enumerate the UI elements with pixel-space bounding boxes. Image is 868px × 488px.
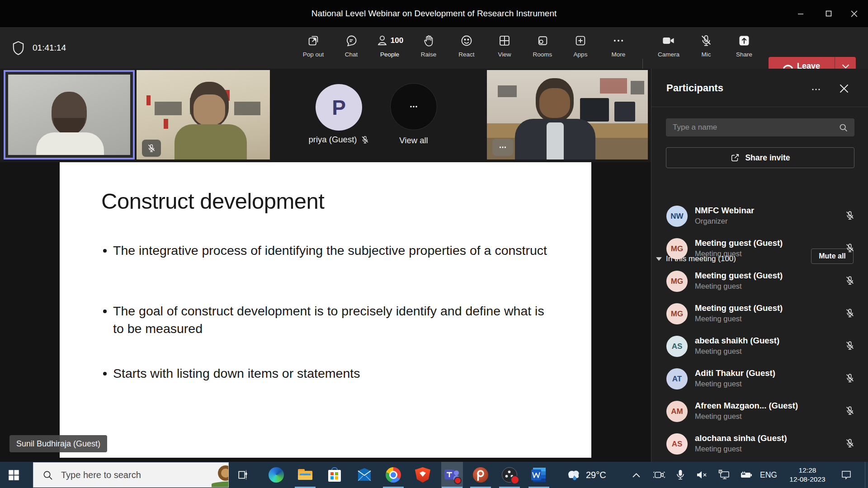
taskbar-app-edge[interactable]	[265, 462, 287, 488]
taskbar-app-brave[interactable]	[412, 462, 434, 488]
tray-show-hidden-icons[interactable]	[629, 462, 643, 488]
participant-row[interactable]: AT Aditi Thakur (Guest) Meeting guest	[651, 362, 868, 395]
rooms-icon	[536, 31, 549, 51]
taskbar-app-psiphon[interactable]	[470, 462, 491, 488]
participant-row[interactable]: MG Meeting guest (Guest) Meeting guest	[651, 265, 868, 297]
mic-off-icon[interactable]	[845, 276, 855, 286]
action-center-button[interactable]	[837, 462, 855, 488]
popout-icon	[307, 31, 320, 51]
minimize-button[interactable]	[787, 0, 815, 27]
close-button[interactable]	[840, 0, 868, 27]
taskbar-app-teams[interactable]	[441, 462, 463, 488]
video-tile-participant[interactable]	[137, 70, 270, 160]
search-highlight-lion-image[interactable]	[209, 464, 229, 487]
react-button[interactable]: React	[450, 31, 483, 67]
participants-header: Participants	[666, 82, 723, 94]
react-smiley-icon	[460, 31, 473, 51]
mic-off-icon[interactable]	[845, 406, 855, 416]
chat-button[interactable]: Chat	[335, 31, 368, 67]
priya-label-row: priya (Guest)	[289, 135, 389, 145]
task-view-button[interactable]	[232, 462, 254, 488]
mic-off-icon[interactable]	[845, 308, 855, 318]
taskbar-search-input[interactable]	[61, 470, 174, 480]
video-tile-speaker[interactable]	[4, 70, 135, 160]
apps-button[interactable]: Apps	[564, 31, 597, 67]
participant-row[interactable]: MG Meeting guest (Guest) Meeting guest	[651, 232, 868, 265]
mic-button[interactable]: Mic	[690, 31, 722, 67]
leave-options-chevron[interactable]	[835, 64, 856, 69]
tray-network-icon[interactable]	[717, 462, 731, 488]
avatar-priya[interactable]: P	[316, 84, 362, 131]
more-button[interactable]: More	[602, 31, 635, 67]
security-shield-icon[interactable]	[12, 41, 25, 55]
overflow-dots-icon	[408, 101, 419, 112]
clock-time: 12:28	[799, 466, 816, 475]
participant-row[interactable]: AS alochana sinha (Guest) Meeting guest	[651, 427, 868, 460]
show-desktop-button[interactable]	[865, 462, 868, 488]
presentation-slide: Construct development The integrative pr…	[60, 162, 591, 458]
taskbar-weather[interactable]: 29°C	[566, 462, 606, 488]
phone-down-icon	[783, 64, 793, 69]
meeting-toolbar: 01:41:14 Pop out Chat 100 People	[0, 27, 868, 69]
people-button[interactable]: 100 People	[373, 31, 406, 67]
taskbar-app-file-explorer[interactable]	[294, 462, 316, 488]
maximize-icon	[826, 10, 832, 17]
taskbar-app-word[interactable]	[528, 462, 550, 488]
mic-off-icon[interactable]	[845, 243, 855, 253]
search-icon	[42, 470, 53, 480]
maximize-button[interactable]	[815, 0, 843, 27]
video-strip: P priya (Guest) View all	[0, 69, 651, 162]
weather-cloud-icon	[566, 469, 581, 481]
view-button[interactable]: View	[488, 31, 521, 67]
tray-language[interactable]: ENG	[759, 462, 778, 488]
rooms-button[interactable]: Rooms	[526, 31, 559, 67]
participant-row[interactable]: AS abeda shaikh (Guest) Meeting guest	[651, 330, 868, 362]
tray-microphone-icon[interactable]	[674, 462, 687, 488]
taskbar-app-mail[interactable]	[354, 462, 375, 488]
tray-battery-icon[interactable]	[739, 462, 754, 488]
task-view-icon	[237, 469, 249, 481]
view-all-button[interactable]	[390, 83, 437, 130]
participant-search-input[interactable]	[666, 118, 854, 136]
psiphon-icon	[473, 467, 488, 483]
camera-icon	[662, 31, 675, 51]
mic-off-icon[interactable]	[845, 341, 855, 351]
shared-screen-stage: Construct development The integrative pr…	[0, 162, 651, 462]
taskbar-app-store[interactable]	[324, 462, 345, 488]
camera-button[interactable]: Camera	[652, 31, 685, 67]
priya-name: priya (Guest)	[309, 135, 357, 145]
people-count: 100	[391, 36, 403, 45]
participant-row[interactable]: MG Meeting guest (Guest) Meeting guest	[651, 297, 868, 330]
search-icon	[839, 123, 848, 132]
avatar: MG	[666, 238, 688, 259]
panel-more-button[interactable]	[811, 84, 821, 95]
slide-bullet: The integrative process of identifying t…	[103, 242, 551, 259]
mic-off-icon[interactable]	[845, 373, 855, 383]
brave-icon	[415, 467, 430, 483]
action-center-icon	[841, 469, 852, 480]
tray-screen-record-icon[interactable]	[652, 462, 666, 488]
close-icon	[851, 10, 858, 17]
taskbar-app-chrome[interactable]	[382, 462, 404, 488]
taskbar-search-box[interactable]	[33, 462, 229, 488]
view-all-label: View all	[390, 136, 437, 145]
mic-off-icon[interactable]	[845, 438, 855, 448]
video-tile-office[interactable]	[487, 70, 648, 160]
tile-more-badge[interactable]	[492, 139, 513, 156]
people-icon	[376, 34, 388, 47]
participant-row[interactable]: AM Afreen Mazgaon... (Guest) Meeting gue…	[651, 395, 868, 427]
avatar: MG	[666, 303, 688, 324]
taskbar-app-obs[interactable]	[499, 462, 520, 488]
tray-clock[interactable]: 12:28 12-08-2023	[782, 462, 833, 488]
popout-button[interactable]: Pop out	[297, 31, 330, 67]
participant-row[interactable]: NW NMFC Webinar Organizer	[651, 200, 868, 232]
apps-icon	[574, 31, 587, 51]
raise-hand-button[interactable]: Raise	[412, 31, 445, 67]
panel-close-button[interactable]	[840, 84, 849, 93]
start-button[interactable]	[0, 462, 27, 488]
mic-off-icon[interactable]	[845, 211, 855, 221]
share-invite-button[interactable]: Share invite	[666, 147, 854, 168]
tray-volume-muted-icon[interactable]	[694, 462, 709, 488]
avatar: AS	[666, 336, 688, 357]
share-button[interactable]: Share	[728, 31, 760, 67]
